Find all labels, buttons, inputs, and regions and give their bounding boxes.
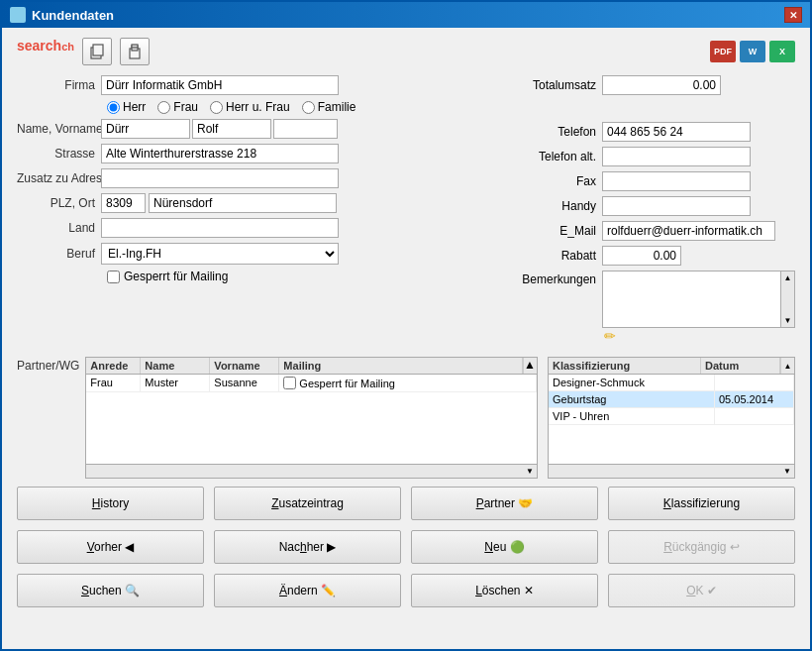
telefon-input[interactable] — [602, 122, 751, 142]
rabatt-input[interactable] — [602, 246, 681, 266]
close-button[interactable]: ✕ — [784, 7, 802, 23]
th-anrede: Anrede — [86, 358, 141, 374]
klassif-datum-1: 05.05.2014 — [715, 391, 794, 407]
rueckgaengig-button[interactable]: Rückgängig ↩ — [608, 530, 795, 564]
partner-section: Partner/WG Anrede Name Vorname Mailing ▲… — [17, 357, 538, 479]
land-row: Land — [17, 218, 498, 238]
partner-scroll-top[interactable]: ▲ — [523, 358, 537, 374]
firma-row: Firma — [17, 75, 498, 95]
name-input[interactable] — [101, 119, 190, 139]
scroll-up-arrow[interactable]: ▲ — [782, 271, 794, 284]
zusatz-row: Zusatz zu Adresse — [17, 168, 498, 188]
neu-button[interactable]: Neu 🟢 — [411, 530, 598, 564]
th-vorname: Vorname — [210, 358, 279, 374]
land-input[interactable] — [101, 218, 339, 238]
loeschen-label: Löschen ✕ — [475, 584, 534, 597]
aendern-underline: Ä — [279, 584, 287, 597]
paste-button[interactable] — [120, 38, 150, 65]
form-section: Firma Herr Frau — [17, 75, 795, 349]
name-label: Name, Vorname, Titel — [17, 122, 101, 136]
telefon-alt-label: Telefon alt. — [518, 150, 602, 163]
loeschen-button[interactable]: Löschen ✕ — [411, 574, 598, 607]
klassif-section: Klassifizierung Datum ▲ Designer-Schmuck… — [548, 357, 795, 479]
vorher-label: Vorher ◀ — [87, 540, 135, 554]
zusatz-input[interactable] — [101, 168, 339, 188]
klassif-scroll-bottom: ▼ — [549, 464, 794, 478]
telefon-row: Telefon — [518, 122, 795, 142]
fax-row: Fax — [518, 171, 795, 191]
firma-label: Firma — [17, 78, 101, 92]
partner-scroll-down[interactable]: ▼ — [523, 465, 537, 478]
vorher-underline: V — [87, 540, 94, 554]
gesperrt-row: Gesperrt für Mailing — [107, 270, 498, 283]
salutation-group: Herr Frau Herr u. Frau Familie — [107, 100, 355, 114]
klassifizierung-label: Klassifizierung — [663, 496, 740, 510]
partner-scroll-bottom[interactable]: ▼ — [86, 464, 537, 478]
klassif-name-1: Geburtstag — [549, 391, 715, 407]
bemerkungen-textarea[interactable] — [603, 271, 779, 327]
partner-table-header: Anrede Name Vorname Mailing ▲ — [86, 358, 537, 375]
zusatzeintrag-label: Zusatzeintrag — [271, 496, 344, 510]
radio-herr-frau[interactable]: Herr u. Frau — [210, 100, 290, 114]
radio-frau[interactable]: Frau — [157, 100, 198, 114]
partner-button[interactable]: Partner 🤝 — [411, 487, 598, 520]
pdf-button[interactable]: PDF — [710, 41, 736, 62]
totalumsatz-input[interactable] — [602, 75, 721, 95]
radio-familie-input[interactable] — [302, 101, 315, 114]
plz-label: PLZ, Ort — [17, 196, 101, 210]
mailing-label-0: Gesperrt für Mailing — [299, 378, 395, 389]
plz-row: PLZ, Ort — [17, 193, 498, 213]
klassif-row-0[interactable]: Designer-Schmuck — [549, 375, 794, 391]
klassifizierung-button[interactable]: Klassifizierung — [608, 487, 795, 520]
radio-herr-input[interactable] — [107, 101, 120, 114]
th-name: Name — [141, 358, 210, 374]
partner-row-0[interactable]: Frau Muster Susanne Gesperrt für Mailing — [86, 375, 537, 392]
beruf-select[interactable]: El.-Ing.FH — [101, 243, 339, 265]
handy-input[interactable] — [602, 196, 751, 216]
klassif-scroll-down[interactable]: ▼ — [780, 465, 794, 478]
ort-input[interactable] — [149, 193, 337, 213]
telefon-alt-input[interactable] — [602, 147, 751, 166]
klassif-table-header: Klassifizierung Datum ▲ — [549, 358, 794, 375]
radio-herr-frau-input[interactable] — [210, 101, 223, 114]
titel-input[interactable] — [273, 119, 338, 139]
radio-familie[interactable]: Familie — [302, 100, 356, 114]
copy-icon — [89, 44, 105, 59]
email-input[interactable] — [602, 221, 775, 241]
radio-herr-frau-label: Herr u. Frau — [226, 100, 290, 114]
email-label: E_Mail — [518, 224, 602, 238]
partner-btn-label: Partner 🤝 — [476, 496, 534, 510]
excel-button[interactable]: X — [769, 41, 795, 62]
svg-rect-4 — [132, 45, 138, 48]
klassif-row-1[interactable]: Geburtstag 05.05.2014 — [549, 391, 794, 408]
zusatzeintrag-button[interactable]: Zusatzeintrag — [214, 487, 401, 520]
button-row-2: Vorher ◀ Nachher ▶ Neu 🟢 Rückgängig ↩ — [17, 530, 795, 564]
radio-herr[interactable]: Herr — [107, 100, 146, 114]
nachher-button[interactable]: Nachher ▶ — [214, 530, 401, 564]
klassif-row-2[interactable]: VIP - Uhren — [549, 408, 794, 425]
rueckgaengig-underline: R — [663, 540, 672, 554]
ok-button[interactable]: OK ✔ — [608, 574, 795, 607]
fax-input[interactable] — [602, 171, 751, 191]
copy-button[interactable] — [82, 38, 112, 65]
vorname-input[interactable] — [192, 119, 271, 139]
mailing-checkbox-0[interactable] — [283, 377, 296, 389]
search-text: search — [17, 38, 61, 54]
strasse-input[interactable] — [101, 144, 339, 163]
bemerkungen-box: ▲ ▼ — [602, 271, 795, 328]
radio-familie-label: Familie — [318, 100, 356, 114]
firma-input[interactable] — [101, 75, 339, 95]
aendern-button[interactable]: Ändern ✏️ — [214, 574, 401, 607]
suchen-button[interactable]: Suchen 🔍 — [17, 574, 204, 607]
radio-frau-input[interactable] — [157, 101, 170, 114]
window-icon — [10, 7, 26, 23]
search-sup: ch — [61, 41, 74, 53]
history-button[interactable]: History — [17, 487, 204, 520]
strasse-label: Strasse — [17, 147, 101, 161]
vorher-button[interactable]: Vorher ◀ — [17, 530, 204, 564]
scroll-down-arrow[interactable]: ▼ — [782, 314, 794, 327]
word-button[interactable]: W — [740, 41, 765, 62]
plz-input[interactable] — [101, 193, 146, 213]
klassif-scroll-up[interactable]: ▲ — [780, 358, 794, 374]
gesperrt-checkbox[interactable] — [107, 271, 120, 283]
